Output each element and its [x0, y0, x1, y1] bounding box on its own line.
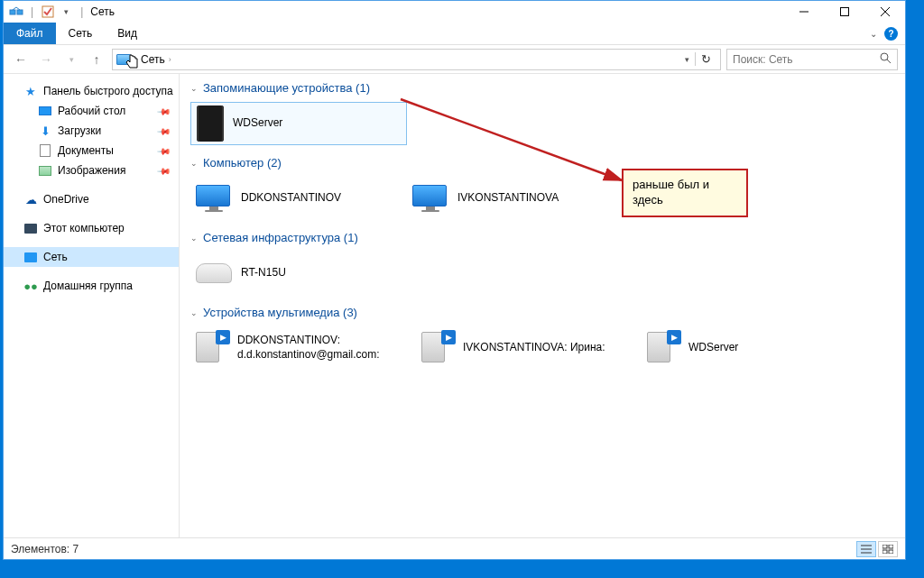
- media-label: DDKONSTANTINOV: d.d.konstantinov@gmail.c…: [237, 334, 380, 362]
- recent-dropdown-icon[interactable]: ▾: [61, 50, 81, 69]
- computer-ivkonstantinova[interactable]: IVKONSTANTINOVA: [407, 177, 624, 220]
- breadcrumb[interactable]: Сеть: [141, 53, 165, 66]
- refresh-button[interactable]: ↻: [695, 52, 716, 66]
- chevron-down-icon: ⌄: [190, 84, 198, 93]
- group-title: Запоминающие устройства (1): [203, 81, 370, 95]
- media-label: IVKONSTANTINOVA: Ирина:: [463, 341, 605, 355]
- sidebar-item-label: Рабочий стол: [58, 105, 125, 117]
- media-label: WDServer: [688, 341, 738, 355]
- ribbon: Файл Сеть Вид ⌄ ?: [4, 23, 905, 45]
- group-header-infrastructure[interactable]: ⌄ Сетевая инфраструктура (1): [190, 231, 894, 244]
- view-large-icons-button[interactable]: [878, 541, 898, 557]
- chevron-right-icon[interactable]: ›: [134, 55, 137, 64]
- group-header-computer[interactable]: ⌄ Компьютер (2): [190, 156, 894, 170]
- sidebar-homegroup[interactable]: ●● Домашняя группа: [4, 276, 179, 296]
- sidebar-item-label: OneDrive: [43, 193, 89, 206]
- device-label: WDServer: [233, 116, 282, 131]
- sidebar-quick-access[interactable]: ★ Панель быстрого доступа: [4, 81, 179, 101]
- router-rtn15u[interactable]: RT-N15U: [190, 252, 407, 295]
- minimize-button[interactable]: [783, 1, 824, 23]
- svg-rect-17: [882, 550, 887, 554]
- navigation-pane: ★ Панель быстрого доступа Рабочий стол 📌…: [4, 74, 180, 537]
- group-header-storage[interactable]: ⌄ Запоминающие устройства (1): [190, 81, 894, 95]
- qat-dropdown-icon[interactable]: ▾: [59, 5, 73, 19]
- titlebar: | ▾ | Сеть: [4, 1, 905, 23]
- address-bar[interactable]: › Сеть › ▾ ↻: [112, 49, 721, 70]
- pin-icon: 📌: [157, 124, 171, 138]
- chevron-down-icon: ⌄: [190, 308, 198, 317]
- svg-rect-1: [17, 10, 23, 14]
- explorer-window: | ▾ | Сеть Файл Сеть Вид ⌄ ?: [3, 0, 906, 560]
- star-icon: ★: [23, 84, 38, 98]
- sidebar-pictures[interactable]: Изображения 📌: [4, 161, 179, 180]
- group-computer: ⌄ Компьютер (2) DDKONSTANTINOV IVKONSTAN…: [190, 156, 894, 220]
- computer-label: DDKONSTANTINOV: [241, 191, 341, 206]
- nas-icon: [197, 106, 224, 142]
- media-device-icon: ▶: [647, 332, 679, 364]
- sidebar-this-pc[interactable]: Этот компьютер: [4, 218, 179, 238]
- downloads-icon: ⬇: [38, 124, 52, 138]
- group-title: Устройства мультимедиа (3): [203, 306, 357, 319]
- media-ivkonstantinova[interactable]: ▶ IVKONSTANTINOVA: Ирина:: [416, 326, 642, 370]
- help-icon[interactable]: ?: [884, 27, 898, 41]
- address-dropdown-icon[interactable]: ▾: [681, 55, 693, 64]
- media-device-icon: ▶: [196, 332, 228, 364]
- cloud-icon: ☁: [23, 192, 38, 206]
- group-title: Сетевая инфраструктура (1): [203, 231, 358, 244]
- back-button[interactable]: ←: [11, 50, 31, 69]
- network-icon: [23, 250, 38, 264]
- ribbon-network-tab[interactable]: Сеть: [56, 23, 106, 44]
- view-details-button[interactable]: [856, 541, 876, 557]
- group-media: ⌄ Устройства мультимедиа (3) ▶ DDKONSTAN…: [190, 306, 894, 370]
- svg-rect-18: [889, 550, 893, 554]
- app-icon: [9, 5, 23, 19]
- sidebar-network[interactable]: Сеть: [4, 247, 179, 267]
- search-icon[interactable]: [880, 52, 892, 67]
- close-button[interactable]: [864, 1, 905, 23]
- svg-rect-6: [840, 8, 848, 16]
- media-device-icon: ▶: [421, 332, 454, 364]
- ribbon-file-tab[interactable]: Файл: [4, 23, 56, 44]
- media-wdserver[interactable]: ▶ WDServer: [642, 326, 822, 370]
- chevron-down-icon: ⌄: [190, 234, 198, 243]
- pin-icon: 📌: [157, 143, 171, 158]
- sidebar-desktop[interactable]: Рабочий стол 📌: [4, 101, 179, 121]
- ribbon-expand-icon[interactable]: ⌄: [870, 29, 877, 39]
- up-button[interactable]: ↑: [87, 50, 106, 69]
- computer-ddkonstantinov[interactable]: DDKONSTANTINOV: [190, 177, 407, 220]
- status-item-count: Элементов: 7: [11, 543, 79, 555]
- network-icon: [116, 54, 131, 65]
- pin-icon: 📌: [157, 104, 171, 118]
- sidebar-documents[interactable]: Документы 📌: [4, 141, 179, 161]
- maximize-button[interactable]: [824, 1, 864, 23]
- sidebar-item-label: Изображения: [58, 164, 125, 177]
- monitor-icon: [196, 185, 232, 212]
- qat-separator: |: [80, 5, 83, 18]
- media-ddkonstantinov[interactable]: ▶ DDKONSTANTINOV: d.d.konstantinov@gmail…: [190, 326, 416, 370]
- monitor-icon: [412, 185, 448, 212]
- navbar: ← → ▾ ↑ › Сеть › ▾ ↻: [4, 45, 905, 74]
- sidebar-downloads[interactable]: ⬇ Загрузки 📌: [4, 121, 179, 141]
- content-pane: ⌄ Запоминающие устройства (1) WDServer ⌄…: [180, 74, 905, 537]
- svg-rect-0: [10, 10, 15, 14]
- sidebar-item-label: Загрузки: [58, 124, 101, 137]
- device-wdserver[interactable]: WDServer: [190, 102, 407, 145]
- search-box[interactable]: [726, 49, 898, 70]
- pictures-icon: [38, 163, 52, 178]
- group-title: Компьютер (2): [203, 156, 282, 170]
- pc-icon: [23, 221, 38, 235]
- search-input[interactable]: [733, 53, 880, 66]
- sidebar-onedrive[interactable]: ☁ OneDrive: [4, 189, 179, 209]
- forward-button[interactable]: →: [36, 50, 56, 69]
- ribbon-view-tab[interactable]: Вид: [105, 23, 150, 44]
- router-label: RT-N15U: [241, 266, 286, 280]
- statusbar: Элементов: 7: [4, 537, 905, 559]
- svg-rect-15: [882, 545, 887, 548]
- qat-properties-icon[interactable]: [41, 5, 55, 19]
- chevron-right-icon[interactable]: ›: [169, 55, 171, 64]
- router-icon: [196, 263, 232, 283]
- group-infrastructure: ⌄ Сетевая инфраструктура (1) RT-N15U: [190, 231, 894, 295]
- group-storage: ⌄ Запоминающие устройства (1) WDServer: [190, 81, 894, 145]
- group-header-media[interactable]: ⌄ Устройства мультимедиа (3): [190, 306, 894, 319]
- sidebar-item-label: Домашняя группа: [43, 280, 133, 292]
